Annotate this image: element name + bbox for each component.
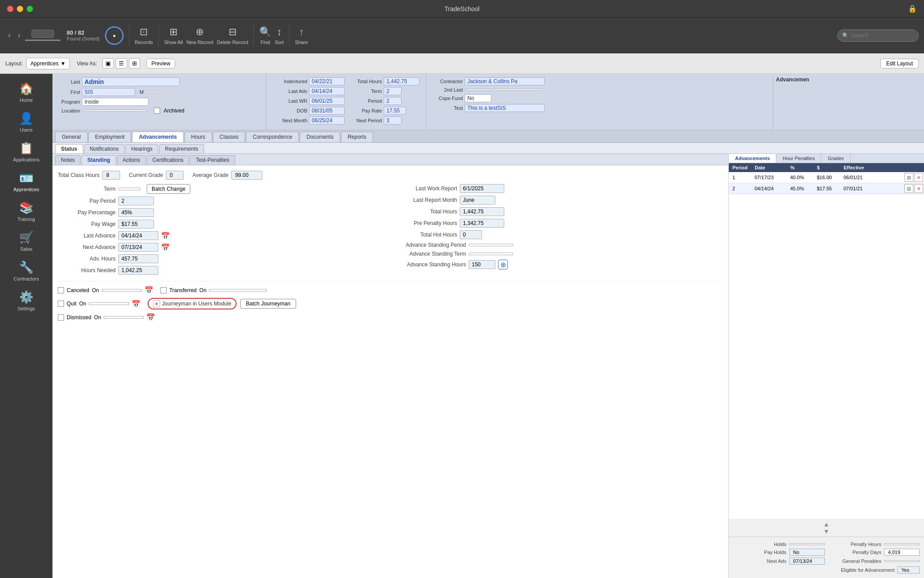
second-last-value[interactable] [465, 89, 545, 91]
program-value[interactable]: Inside [82, 98, 149, 106]
period-value[interactable]: 2 [384, 97, 402, 105]
sub-tab-notifications[interactable]: Notifications [84, 144, 125, 153]
last-work-report-value[interactable]: 6/1/2025 [460, 184, 504, 193]
sidebar-item-users[interactable]: 👤 Users [0, 107, 52, 137]
pay-period-value[interactable]: 2 [118, 197, 154, 205]
next-period-value[interactable]: 3 [384, 116, 402, 124]
tab-general[interactable]: General [55, 132, 88, 142]
canceled-cal-icon[interactable]: 📅 [145, 286, 153, 294]
penalty-days-value[interactable]: 4,019 [884, 549, 920, 556]
right-tab-grades[interactable]: Grades [821, 154, 850, 163]
pay-holds-value[interactable]: No [789, 549, 825, 556]
back-button[interactable]: ‹ [5, 29, 13, 42]
sub-tab-hearings[interactable]: Hearings [125, 144, 158, 153]
tab-correspondence[interactable]: Correspondence [246, 132, 299, 142]
minimize-button[interactable] [17, 6, 23, 12]
forward-button[interactable]: › [15, 29, 23, 42]
view-form-button[interactable]: ▣ [102, 58, 114, 68]
tab-hours[interactable]: Hours [185, 132, 212, 142]
toolbar-sort[interactable]: ↕ Sort [275, 26, 284, 45]
add-hours-button[interactable]: ⊕ [498, 260, 508, 269]
adv-hours-value[interactable]: 457.75 [118, 254, 158, 263]
last-wr-value[interactable]: 06/01/25 [309, 97, 345, 105]
canceled-date[interactable] [102, 289, 142, 292]
sidebar-item-training[interactable]: 📚 Training [0, 197, 52, 226]
inner-tab-notes[interactable]: Notes [55, 155, 80, 165]
slider-track[interactable] [25, 40, 60, 41]
right-tab-hour-penalties[interactable]: Hour Penalties [776, 154, 821, 163]
pay-rate-value[interactable]: 17.55 [384, 107, 406, 115]
maximize-button[interactable] [27, 6, 33, 12]
view-list-button[interactable]: ☰ [116, 58, 127, 68]
sub-tab-requirements[interactable]: Requirements [159, 144, 204, 153]
adv-row2-delete-button[interactable]: ✕ [914, 184, 923, 193]
pre-penalty-hours-value[interactable]: 1,342.75 [460, 219, 504, 228]
quit-cal-icon[interactable]: 📅 [132, 300, 141, 308]
middle-value[interactable] [145, 91, 163, 93]
next-advance-cal-icon[interactable]: 📅 [161, 243, 170, 252]
eligible-value[interactable]: Yes [897, 566, 920, 574]
sidebar-item-sales[interactable]: 🛒 Sales [0, 226, 52, 256]
inner-tab-test-penalties[interactable]: Test-Penalties [190, 155, 235, 165]
total-hours-value[interactable]: 1,442.75 [384, 77, 419, 85]
transferred-date[interactable] [209, 289, 267, 292]
cope-fund-value[interactable]: No [465, 94, 491, 102]
sidebar-item-home[interactable]: 🏠 Home [0, 77, 52, 107]
dob-value[interactable]: 08/31/05 [309, 107, 345, 115]
dismissed-date[interactable] [104, 316, 144, 319]
adv-scroll-down[interactable]: ▼ [824, 528, 830, 535]
advance-standing-hours-value[interactable]: 150 [469, 260, 495, 269]
location-value[interactable] [82, 110, 149, 112]
pay-percentage-value[interactable]: 45% [118, 208, 154, 217]
next-advance-value[interactable]: 07/13/24 [118, 243, 158, 252]
journeyman-x-button[interactable]: ✕ [153, 300, 160, 307]
hours-needed-value[interactable]: 1,042.25 [118, 266, 158, 275]
last-report-month-value[interactable]: June [460, 196, 495, 205]
canceled-checkbox[interactable] [58, 287, 64, 293]
toolbar-show-all[interactable]: ⊞ Show All [164, 26, 183, 45]
toolbar-find[interactable]: 🔍 Find [259, 26, 271, 45]
last-advance-cal-icon[interactable]: 📅 [161, 232, 170, 240]
dismissed-cal-icon[interactable]: 📅 [146, 313, 155, 321]
archived-checkbox[interactable] [154, 108, 160, 114]
close-button[interactable] [7, 6, 13, 12]
edit-layout-button[interactable]: Edit Layout [880, 59, 919, 68]
general-penalties-value[interactable] [884, 560, 920, 562]
right-tab-advancements[interactable]: Advancements [729, 154, 776, 163]
toolbar-records[interactable]: ⊡ Records [135, 26, 153, 45]
layout-select[interactable]: Apprentices ▼ [26, 58, 69, 69]
batch-journeyman-button[interactable]: Batch Journeyman [240, 299, 296, 309]
last-value[interactable]: Admin [82, 77, 180, 86]
tab-classes[interactable]: Classes [213, 132, 245, 142]
search-input[interactable] [852, 32, 914, 39]
adv-row1-delete-button[interactable]: ✕ [914, 173, 923, 182]
inner-tab-standing[interactable]: Standing [81, 155, 116, 165]
term-value[interactable]: 2 [384, 87, 402, 95]
last-advance-value[interactable]: 04/14/24 [118, 231, 158, 240]
preview-button[interactable]: Preview [146, 59, 175, 68]
pay-wage-value[interactable]: $17.55 [118, 220, 154, 229]
total-hot-hours-value[interactable]: 0 [460, 230, 482, 239]
toolbar-share[interactable]: ↑ Share [295, 26, 308, 45]
search-box[interactable]: 🔍 [837, 29, 919, 42]
advance-standing-period-value[interactable] [469, 244, 513, 246]
term-value2[interactable] [118, 188, 141, 190]
advance-standing-term-value[interactable] [469, 253, 513, 255]
penalty-hours-value[interactable] [884, 543, 920, 545]
toolbar-delete-record[interactable]: ⊟ Delete Record [217, 26, 248, 45]
tab-documents[interactable]: Documents [300, 132, 340, 142]
record-number-input[interactable]: 1 [32, 30, 54, 38]
next-adv-value[interactable]: 07/13/24 [789, 558, 825, 565]
contractor-value[interactable]: Jackson & Collins Pa [465, 77, 545, 85]
tab-reports[interactable]: Reports [341, 132, 373, 142]
quit-date[interactable] [89, 302, 129, 305]
average-grade-value[interactable]: 99.00 [231, 171, 262, 180]
total-hours-value2[interactable]: 1,442.75 [460, 207, 504, 216]
inner-tab-certifications[interactable]: Certifications [147, 155, 189, 165]
next-month-value[interactable]: 06/25/24 [309, 116, 345, 124]
indentured-value[interactable]: 04/22/21 [309, 77, 345, 85]
tab-employment[interactable]: Employment [88, 132, 132, 142]
transferred-checkbox[interactable] [161, 287, 167, 293]
adv-scroll-up[interactable]: ▲ [824, 521, 830, 528]
tab-advancements[interactable]: Advancements [132, 132, 183, 142]
